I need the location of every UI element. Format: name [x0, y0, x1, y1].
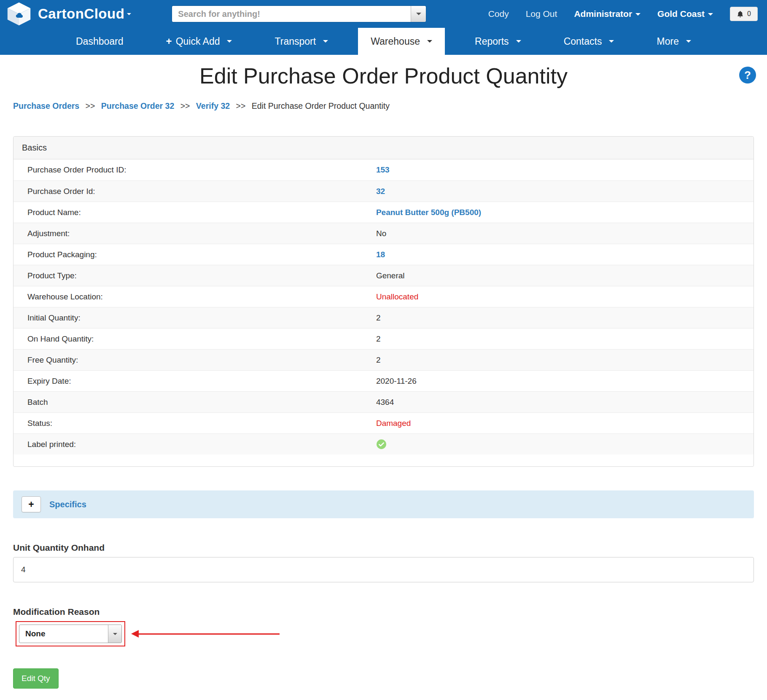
chevron-down-icon [635, 13, 641, 16]
basics-panel-header: Basics [13, 137, 754, 159]
nav-label: Transport [275, 36, 316, 47]
breadcrumb-link-verify-32[interactable]: Verify 32 [196, 101, 230, 110]
plus-icon: + [166, 35, 172, 47]
expand-specifics-button[interactable]: + [22, 496, 41, 512]
row-warehouse-location: Warehouse Location: Unallocated [13, 286, 754, 307]
row-expiry-date: Expiry Date: 2020-11-26 [13, 370, 754, 391]
chevron-down-icon [113, 633, 117, 635]
row-label: Label printed: [13, 436, 376, 452]
chevron-down-icon [516, 40, 521, 43]
chevron-down-icon [416, 13, 421, 15]
breadcrumb-link-purchase-order-32[interactable]: Purchase Order 32 [101, 101, 174, 110]
row-label: Product Name: [13, 205, 376, 221]
row-purchase-order-product-id: Purchase Order Product ID: 153 [13, 159, 754, 180]
breadcrumb-link-purchase-orders[interactable]: Purchase Orders [13, 101, 79, 110]
row-product-name: Product Name: Peanut Butter 500g (PB500) [13, 202, 754, 223]
row-on-hand-quantity: On Hand Quantity: 2 [13, 328, 754, 349]
warehouse-location-value: Unallocated [376, 289, 754, 305]
help-icon[interactable]: ? [739, 67, 756, 83]
nav-dashboard[interactable]: Dashboard [63, 28, 136, 55]
cartoncloud-logo-icon [7, 2, 31, 26]
row-label: On Hand Quantity: [13, 331, 376, 347]
purchase-order-id-link[interactable]: 32 [376, 187, 385, 196]
product-packaging-link[interactable]: 18 [376, 250, 385, 259]
basics-table: Purchase Order Product ID: 153 Purchase … [13, 159, 754, 455]
page-title: Edit Purchase Order Product Quantity [0, 63, 767, 89]
row-initial-quantity: Initial Quantity: 2 [13, 307, 754, 328]
breadcrumb: Purchase Orders >> Purchase Order 32 >> … [13, 101, 767, 111]
unit-quantity-label: Unit Quantity Onhand [13, 543, 767, 553]
free-quantity-value: 2 [376, 352, 754, 368]
modification-reason-select[interactable]: None [19, 625, 122, 643]
nav-reports[interactable]: Reports [462, 28, 534, 55]
role-menu[interactable]: Administrator [574, 9, 641, 19]
nav-quick-add[interactable]: + Quick Add [153, 28, 245, 55]
annotation-arrow [138, 633, 280, 635]
chevron-down-icon [127, 13, 131, 15]
nav-label: Dashboard [76, 36, 124, 47]
search-scope-button[interactable] [411, 6, 426, 22]
basics-panel: Basics Purchase Order Product ID: 153 Pu… [13, 136, 754, 467]
row-product-type: Product Type: General [13, 265, 754, 286]
row-adjustment: Adjustment: No [13, 223, 754, 244]
edit-qty-button[interactable]: Edit Qty [13, 668, 59, 689]
row-status: Status: Damaged [13, 412, 754, 433]
brand-menu[interactable]: CartonCloud [7, 2, 131, 26]
status-value: Damaged [376, 415, 754, 431]
row-label-printed: Label printed: [13, 433, 754, 455]
specifics-panel: + Specifics [13, 490, 754, 518]
user-link[interactable]: Cody [488, 9, 509, 19]
nav-label: Contacts [564, 36, 602, 47]
nav-label: More [657, 36, 679, 47]
row-free-quantity: Free Quantity: 2 [13, 349, 754, 370]
chevron-down-icon [323, 40, 328, 43]
edit-quantity-form: Unit Quantity Onhand Modification Reason… [0, 543, 767, 700]
breadcrumb-separator: >> [86, 101, 95, 110]
nav-more[interactable]: More [644, 28, 704, 55]
logout-link[interactable]: Log Out [526, 9, 557, 19]
chevron-down-icon [708, 13, 713, 16]
expiry-date-value: 2020-11-26 [376, 373, 754, 389]
batch-value: 4364 [376, 394, 754, 410]
adjustment-value: No [376, 226, 754, 242]
selected-option: None [19, 629, 46, 638]
nav-label: Quick Add [176, 36, 220, 47]
nav-contacts[interactable]: Contacts [551, 28, 627, 55]
nav-label: Reports [475, 36, 509, 47]
row-label: Expiry Date: [13, 373, 376, 389]
nav-warehouse[interactable]: Warehouse [358, 28, 445, 55]
row-batch: Batch 4364 [13, 391, 754, 412]
modification-reason-label: Modification Reason [13, 607, 767, 617]
notifications-button[interactable]: 0 [730, 7, 758, 21]
label-printed-value [376, 436, 754, 453]
row-label: Purchase Order Product ID: [13, 162, 376, 178]
row-label: Purchase Order Id: [13, 183, 376, 199]
brand-name: CartonCloud [38, 6, 124, 22]
search-input[interactable] [172, 6, 411, 22]
role-label: Administrator [574, 9, 632, 19]
global-search [172, 5, 426, 22]
title-area: Edit Purchase Order Product Quantity ? [0, 55, 767, 95]
row-label: Adjustment: [13, 226, 376, 242]
select-dropdown-button[interactable] [108, 625, 121, 643]
purchase-order-product-id-link[interactable]: 153 [376, 165, 390, 174]
row-product-packaging: Product Packaging: 18 [13, 244, 754, 265]
modification-reason-row: None [16, 621, 767, 646]
row-label: Free Quantity: [13, 352, 376, 368]
initial-quantity-value: 2 [376, 310, 754, 326]
breadcrumb-current: Edit Purchase Order Product Quantity [252, 101, 390, 110]
product-type-value: General [376, 268, 754, 284]
row-label: Status: [13, 415, 376, 431]
tenant-label: Gold Coast [657, 9, 705, 19]
nav-transport[interactable]: Transport [262, 28, 341, 55]
row-label: Initial Quantity: [13, 310, 376, 326]
breadcrumb-separator: >> [236, 101, 246, 110]
specifics-title[interactable]: Specifics [49, 500, 86, 509]
unit-quantity-input[interactable] [13, 557, 754, 582]
chevron-down-icon [609, 40, 614, 43]
chevron-down-icon [227, 40, 232, 43]
tenant-menu[interactable]: Gold Coast [657, 9, 713, 19]
annotation-highlight-box: None [16, 621, 125, 646]
product-name-link[interactable]: Peanut Butter 500g (PB500) [376, 208, 481, 217]
top-header: CartonCloud Cody Log Out Administrator G… [0, 0, 767, 28]
